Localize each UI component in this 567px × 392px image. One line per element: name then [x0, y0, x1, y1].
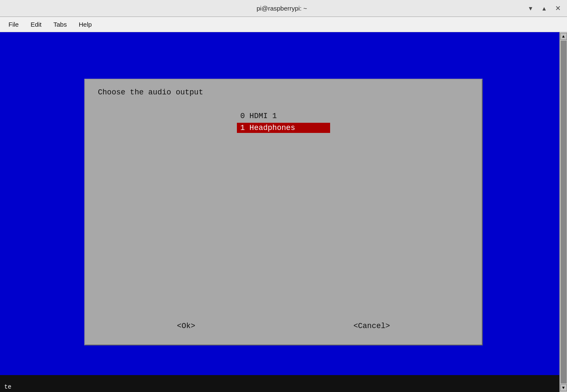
window-title: pi@raspberrypi: ~ — [38, 5, 525, 12]
maximize-button[interactable]: ▴ — [539, 4, 549, 12]
cancel-button[interactable]: <Cancel> — [345, 320, 398, 332]
terminal-bottom-bar: te — [0, 375, 559, 392]
terminal-bottom-text: te — [4, 384, 11, 390]
scroll-down-arrow[interactable]: ▼ — [560, 384, 567, 391]
scrollbar[interactable]: ▲ ▼ — [559, 32, 567, 392]
close-button[interactable]: ✕ — [553, 4, 563, 12]
audio-output-dialog: Choose the audio output 0 HDMI 1 1 Headp… — [84, 79, 483, 345]
menu-tabs[interactable]: Tabs — [48, 19, 72, 30]
minimize-button[interactable]: ▾ — [525, 4, 536, 12]
dialog-prompt: Choose the audio output — [98, 88, 469, 97]
audio-option-hdmi[interactable]: 0 HDMI 1 — [237, 111, 330, 121]
scroll-up-arrow[interactable]: ▲ — [560, 33, 567, 40]
terminal-area: Choose the audio output 0 HDMI 1 1 Headp… — [0, 32, 567, 392]
ok-button[interactable]: <Ok> — [169, 320, 204, 332]
menu-help[interactable]: Help — [74, 19, 97, 30]
window-controls: ▾ ▴ ✕ — [525, 4, 563, 12]
titlebar: pi@raspberrypi: ~ ▾ ▴ ✕ — [0, 0, 567, 17]
menubar: File Edit Tabs Help — [0, 17, 567, 32]
audio-option-headphones[interactable]: 1 Headphones — [237, 123, 330, 133]
audio-option-list: 0 HDMI 1 1 Headphones — [98, 107, 469, 133]
scroll-thumb[interactable] — [561, 41, 567, 384]
menu-edit[interactable]: Edit — [25, 19, 47, 30]
dialog-buttons: <Ok> <Cancel> — [98, 312, 469, 332]
menu-file[interactable]: File — [3, 19, 24, 30]
